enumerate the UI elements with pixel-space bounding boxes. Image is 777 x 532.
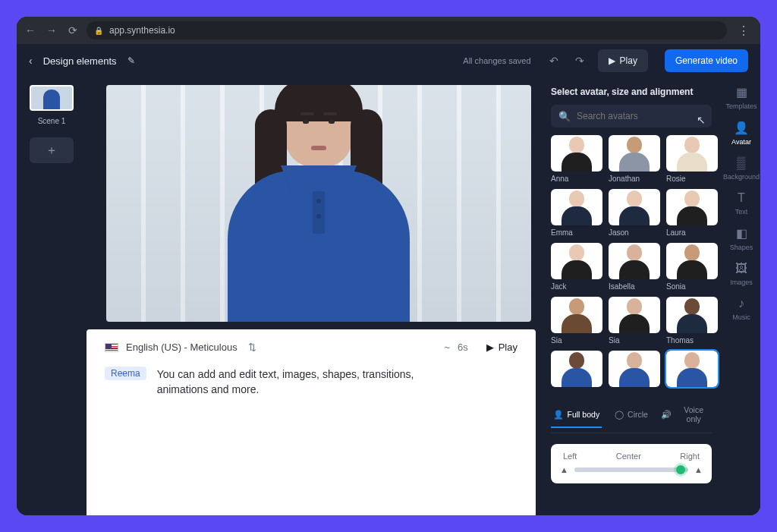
scene-label: Scene 1 <box>38 117 66 125</box>
tab-music[interactable]: ♪Music <box>722 297 760 321</box>
avatar-item[interactable]: Laura <box>666 189 718 237</box>
chevron-sort-icon[interactable]: ⇅ <box>248 342 256 353</box>
redo-button[interactable]: ↷ <box>575 55 584 67</box>
add-scene-button[interactable]: ＋ <box>30 137 74 163</box>
avatar-item[interactable] <box>666 351 718 390</box>
search-input[interactable] <box>577 111 704 121</box>
script-play-button[interactable]: ▶ Play <box>486 342 517 353</box>
avatar-thumb[interactable] <box>666 135 718 172</box>
avatar-thumb[interactable] <box>551 297 602 333</box>
avatar-item[interactable]: Isabella <box>609 243 660 291</box>
avatar-item[interactable] <box>609 351 660 390</box>
avatar-thumb[interactable] <box>609 135 660 172</box>
search-icon: 🔍 <box>558 111 571 122</box>
script-panel: English (US) - Meticulous ⇅ ~ 6s ▶ Play … <box>87 329 536 515</box>
play-button[interactable]: ▶ Play <box>598 49 648 72</box>
size-large-icon: ▲ <box>694 465 703 474</box>
background-icon: ▒ <box>737 156 745 170</box>
avatar-item[interactable]: Emma <box>551 189 602 237</box>
lock-icon: 🔒 <box>94 27 103 35</box>
play-icon: ▶ <box>486 342 494 353</box>
undo-button[interactable]: ↶ <box>549 55 558 67</box>
tab-templates[interactable]: ▦Templates <box>722 85 760 110</box>
tab-voice-only[interactable]: 🔊Voice only <box>661 402 712 428</box>
flag-icon <box>105 343 118 352</box>
language-selector[interactable]: English (US) - Meticulous <box>126 342 238 353</box>
app-header: ‹ Design elements ✎ All changes saved ↶ … <box>17 44 760 77</box>
avatar-item[interactable]: Thomas <box>666 297 718 345</box>
avatar-label: Jason <box>609 228 660 237</box>
speaker-chip[interactable]: Reema <box>105 367 146 380</box>
avatar-thumb[interactable] <box>551 243 602 279</box>
avatar-item[interactable]: Anna <box>551 135 602 183</box>
avatar-thumb[interactable] <box>609 297 660 333</box>
view-tabs: 👤Full body ◯Circle 🔊Voice only <box>551 402 712 433</box>
avatar-thumb[interactable] <box>551 189 602 225</box>
scene-thumb-1[interactable] <box>30 85 74 111</box>
avatar-item[interactable]: Jason <box>609 189 660 237</box>
avatar-thumb[interactable] <box>666 297 718 333</box>
avatar-label: Rosie <box>666 175 718 183</box>
avatar-item[interactable]: Sonia <box>666 243 718 291</box>
align-right-label[interactable]: Right <box>680 452 700 461</box>
tab-full-body[interactable]: 👤Full body <box>551 402 602 428</box>
align-center-label[interactable]: Center <box>616 452 641 461</box>
avatar-thumb[interactable] <box>666 243 718 279</box>
avatar-label: Laura <box>666 228 718 237</box>
avatar-thumb[interactable] <box>609 243 660 279</box>
edit-icon[interactable]: ✎ <box>127 55 135 66</box>
avatar-panel: Select avatar, size and alignment 🔍 Anna… <box>540 77 722 515</box>
avatar-label: Emma <box>551 228 602 237</box>
tab-images[interactable]: 🖼Images <box>722 262 760 286</box>
duration-value: 6s <box>458 342 468 353</box>
avatar-label: Jonathan <box>609 175 660 183</box>
align-left-label[interactable]: Left <box>563 452 577 461</box>
templates-icon: ▦ <box>736 85 747 99</box>
avatar-thumb[interactable] <box>551 135 602 172</box>
avatar-item[interactable] <box>551 351 602 390</box>
avatar-label: Sia <box>609 336 660 345</box>
avatar-thumb[interactable] <box>609 351 660 387</box>
avatar-thumb[interactable] <box>551 351 602 387</box>
play-label: Play <box>620 55 637 66</box>
generate-video-button[interactable]: Generate video <box>665 49 748 72</box>
script-text[interactable]: You can add and edit text, images, shape… <box>157 367 461 398</box>
video-canvas[interactable] <box>106 85 531 322</box>
browser-menu[interactable]: ⋮ <box>733 24 754 38</box>
right-tabs: ▦Templates 👤Avatar ▒Background TText ◧Sh… <box>722 77 760 515</box>
avatar-thumb[interactable] <box>666 351 718 387</box>
url-text: app.synthesia.io <box>109 25 175 36</box>
avatar-item[interactable]: Jack <box>551 243 602 291</box>
avatar-label: Sonia <box>666 282 718 291</box>
nav-back[interactable]: ← <box>23 24 38 36</box>
voice-icon: 🔊 <box>661 410 672 420</box>
avatar-label: Jack <box>551 282 602 291</box>
nav-reload[interactable]: ⟳ <box>65 24 80 36</box>
save-status: All changes saved <box>463 56 530 65</box>
page-title: Design elements <box>43 55 117 67</box>
tab-shapes[interactable]: ◧Shapes <box>722 226 760 251</box>
avatar-grid: AnnaJonathanRosieEmmaJasonLauraJackIsabe… <box>551 135 712 390</box>
slider-thumb[interactable] <box>676 465 685 474</box>
text-icon: T <box>738 191 745 205</box>
avatar-thumb[interactable] <box>609 189 660 225</box>
avatar-item[interactable]: Rosie <box>666 135 718 183</box>
avatar-main[interactable] <box>228 85 410 322</box>
avatar-label: Sia <box>551 336 602 345</box>
size-slider[interactable] <box>574 467 688 472</box>
avatar-icon: 👤 <box>734 121 749 135</box>
play-icon: ▶ <box>609 55 615 66</box>
avatar-item[interactable]: Sia <box>551 297 602 345</box>
tab-circle[interactable]: ◯Circle <box>606 402 657 428</box>
back-button[interactable]: ‹ <box>29 55 33 67</box>
url-bar[interactable]: 🔒 app.synthesia.io <box>87 21 727 39</box>
avatar-item[interactable]: Jonathan <box>609 135 660 183</box>
person-icon: 👤 <box>553 410 564 420</box>
tab-avatar[interactable]: 👤Avatar <box>722 121 760 146</box>
tab-background[interactable]: ▒Background <box>722 156 760 181</box>
tab-text[interactable]: TText <box>722 191 760 216</box>
nav-forward[interactable]: → <box>44 24 59 36</box>
avatar-item[interactable]: Sia <box>609 297 660 345</box>
search-field[interactable]: 🔍 <box>551 105 712 127</box>
avatar-thumb[interactable] <box>666 189 718 225</box>
